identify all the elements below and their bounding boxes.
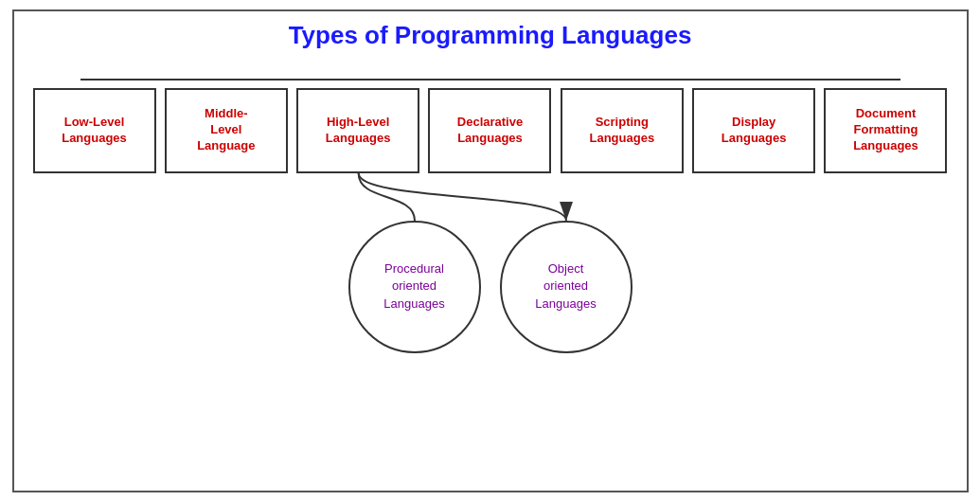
lang-circle-1: ObjectorientedLanguages (500, 221, 633, 353)
lang-box-2: High-LevelLanguages (296, 88, 419, 173)
lang-box-4: ScriptingLanguages (561, 88, 684, 173)
circle-row: ProceduralorientedLanguagesObjectoriente… (24, 221, 957, 353)
diagram-title: Types of Programming Languages (24, 21, 957, 50)
lang-box-1: Middle-LevelLanguage (165, 88, 288, 173)
bottom-section: ProceduralorientedLanguagesObjectoriente… (24, 173, 957, 363)
lang-box-5: DisplayLanguages (692, 88, 815, 173)
lang-box-6: DocumentFormattingLanguages (824, 88, 947, 173)
horizontal-line (80, 79, 900, 81)
lang-box-3: DeclarativeLanguages (428, 88, 551, 173)
lang-circle-0: ProceduralorientedLanguages (348, 221, 481, 353)
boxes-row: Low-LevelLanguagesMiddle-LevelLanguageHi… (24, 88, 957, 173)
lang-box-0: Low-LevelLanguages (33, 88, 156, 173)
connector-area (24, 60, 957, 88)
diagram-container: Types of Programming Languages Low-Level… (12, 9, 969, 492)
